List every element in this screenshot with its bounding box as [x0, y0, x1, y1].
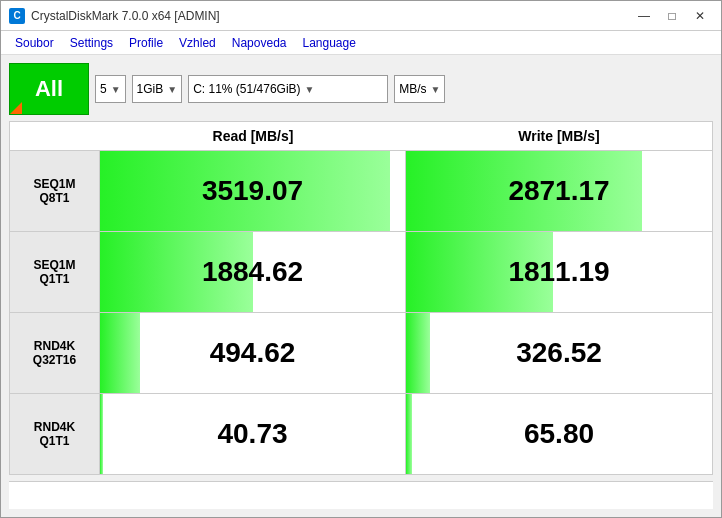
table-header: Read [MB/s] Write [MB/s]: [10, 122, 712, 151]
read-value-0: 3519.07: [202, 175, 303, 207]
table-row: RND4K Q1T1 40.73 65.80: [10, 394, 712, 474]
col-header-write: Write [MB/s]: [406, 122, 712, 150]
write-cell-2: 326.52: [406, 313, 712, 393]
main-content: All 5 ▼ 1GiB ▼ C: 11% (51/476GiB) ▼ MB/s…: [1, 55, 721, 517]
col-header-label: [10, 122, 100, 150]
table-body: SEQ1M Q8T1 3519.07 2871.17 SEQ1M Q1T1 18…: [10, 151, 712, 474]
write-cell-0: 2871.17: [406, 151, 712, 231]
size-select[interactable]: 1GiB ▼: [132, 75, 183, 103]
table-row: SEQ1M Q1T1 1884.62 1811.19: [10, 232, 712, 313]
app-icon: C: [9, 8, 25, 24]
title-bar: C CrystalDiskMark 7.0.0 x64 [ADMIN] — □ …: [1, 1, 721, 31]
menu-item-profile[interactable]: Profile: [123, 34, 169, 52]
read-cell-1: 1884.62: [100, 232, 406, 312]
menu-item-napoveda[interactable]: Napoveda: [226, 34, 293, 52]
menu-bar: SouborSettingsProfileVzhledNapovedaLangu…: [1, 31, 721, 55]
read-cell-3: 40.73: [100, 394, 406, 474]
write-value-1: 1811.19: [508, 256, 609, 288]
read-value-1: 1884.62: [202, 256, 303, 288]
read-bar-2: [100, 313, 140, 393]
table-row: SEQ1M Q8T1 3519.07 2871.17: [10, 151, 712, 232]
window-controls: — □ ✕: [631, 6, 713, 26]
drive-select[interactable]: C: 11% (51/476GiB) ▼: [188, 75, 388, 103]
unit-select[interactable]: MB/s ▼: [394, 75, 445, 103]
write-bar-3: [406, 394, 412, 474]
maximize-button[interactable]: □: [659, 6, 685, 26]
size-arrow-icon: ▼: [167, 84, 177, 95]
close-button[interactable]: ✕: [687, 6, 713, 26]
write-bar-2: [406, 313, 430, 393]
read-bar-3: [100, 394, 103, 474]
row-label-3: RND4K Q1T1: [10, 394, 100, 474]
benchmark-table: Read [MB/s] Write [MB/s] SEQ1M Q8T1 3519…: [9, 121, 713, 475]
controls-row: All 5 ▼ 1GiB ▼ C: 11% (51/476GiB) ▼ MB/s…: [9, 63, 713, 115]
menu-item-language[interactable]: Language: [297, 34, 362, 52]
footer-row: [9, 481, 713, 509]
row-label-2: RND4K Q32T16: [10, 313, 100, 393]
menu-item-settings[interactable]: Settings: [64, 34, 119, 52]
write-value-0: 2871.17: [508, 175, 609, 207]
row-label-0: SEQ1M Q8T1: [10, 151, 100, 231]
app-window: C CrystalDiskMark 7.0.0 x64 [ADMIN] — □ …: [0, 0, 722, 518]
runs-arrow-icon: ▼: [111, 84, 121, 95]
all-button[interactable]: All: [9, 63, 89, 115]
read-value-2: 494.62: [210, 337, 296, 369]
write-cell-1: 1811.19: [406, 232, 712, 312]
menu-item-soubor[interactable]: Soubor: [9, 34, 60, 52]
col-header-read: Read [MB/s]: [100, 122, 406, 150]
write-value-3: 65.80: [524, 418, 594, 450]
minimize-button[interactable]: —: [631, 6, 657, 26]
unit-arrow-icon: ▼: [431, 84, 441, 95]
write-value-2: 326.52: [516, 337, 602, 369]
drive-arrow-icon: ▼: [305, 84, 315, 95]
read-cell-2: 494.62: [100, 313, 406, 393]
write-cell-3: 65.80: [406, 394, 712, 474]
table-row: RND4K Q32T16 494.62 326.52: [10, 313, 712, 394]
menu-item-vzhled[interactable]: Vzhled: [173, 34, 222, 52]
runs-select[interactable]: 5 ▼: [95, 75, 126, 103]
row-label-1: SEQ1M Q1T1: [10, 232, 100, 312]
window-title: CrystalDiskMark 7.0.0 x64 [ADMIN]: [31, 9, 631, 23]
read-value-3: 40.73: [217, 418, 287, 450]
read-cell-0: 3519.07: [100, 151, 406, 231]
